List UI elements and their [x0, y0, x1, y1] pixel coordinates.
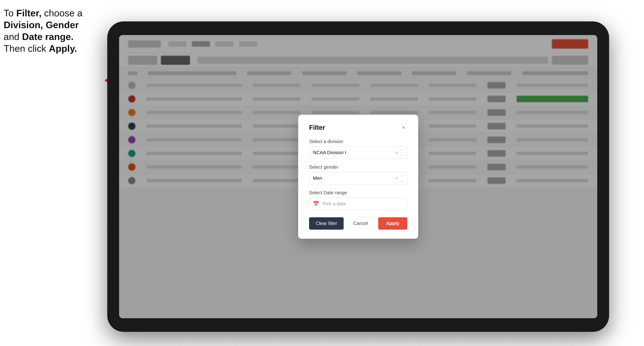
- division-select[interactable]: NCAA Division I × ⌃⌄: [309, 147, 407, 159]
- gender-form-group: Select gender Men × ⌃⌄: [309, 164, 407, 184]
- modal-close-button[interactable]: ×: [400, 124, 407, 131]
- cancel-button[interactable]: Cancel: [347, 217, 374, 230]
- filter-bold: Filter,: [16, 8, 42, 18]
- apply-button[interactable]: Apply: [378, 217, 407, 230]
- tablet-screen: Filter × Select a division NCAA Division…: [119, 35, 597, 318]
- gender-label: Select gender: [309, 164, 407, 170]
- tablet-frame: Filter × Select a division NCAA Division…: [107, 21, 609, 332]
- clear-filter-button[interactable]: Clear filter: [309, 217, 344, 230]
- modal-header: Filter ×: [309, 124, 407, 131]
- instruction-line4: and Date range.: [4, 31, 74, 42]
- instruction-line1: To Filter, choose a: [4, 8, 82, 18]
- apply-bold: Apply.: [49, 43, 77, 54]
- division-clear-icon[interactable]: ×: [395, 150, 398, 155]
- division-gender-bold: Division, Gender: [4, 20, 79, 30]
- date-placeholder: Pick a date: [322, 201, 346, 207]
- date-range-bold: Date range.: [22, 31, 74, 42]
- modal-footer-right: Cancel Apply: [347, 217, 407, 230]
- division-form-group: Select a division NCAA Division I × ⌃⌄: [309, 139, 407, 159]
- gender-select-actions: × ⌃⌄: [395, 174, 404, 183]
- chevron-down-icon: ⌃⌄: [400, 174, 404, 183]
- instruction-block: To Filter, choose a Division, Gender and…: [4, 7, 106, 54]
- chevron-down-icon: ⌃⌄: [400, 148, 404, 157]
- filter-modal: Filter × Select a division NCAA Division…: [298, 115, 418, 239]
- close-icon: ×: [402, 125, 405, 131]
- modal-footer: Clear filter Cancel Apply: [309, 217, 407, 230]
- modal-overlay: Filter × Select a division NCAA Division…: [119, 35, 597, 318]
- gender-selected-value: Men: [313, 175, 322, 181]
- date-label: Select Date range: [309, 190, 407, 195]
- division-selected-value: NCAA Division I: [313, 150, 346, 155]
- gender-clear-icon[interactable]: ×: [395, 176, 398, 181]
- instruction-line5: Then click Apply.: [4, 43, 77, 54]
- date-input[interactable]: 📅 Pick a date: [309, 198, 407, 210]
- gender-select[interactable]: Men × ⌃⌄: [309, 172, 407, 184]
- calendar-icon: 📅: [313, 201, 319, 207]
- division-label: Select a division: [309, 139, 407, 144]
- date-form-group: Select Date range 📅 Pick a date: [309, 190, 407, 210]
- modal-title: Filter: [309, 124, 325, 131]
- division-select-actions: × ⌃⌄: [395, 148, 404, 157]
